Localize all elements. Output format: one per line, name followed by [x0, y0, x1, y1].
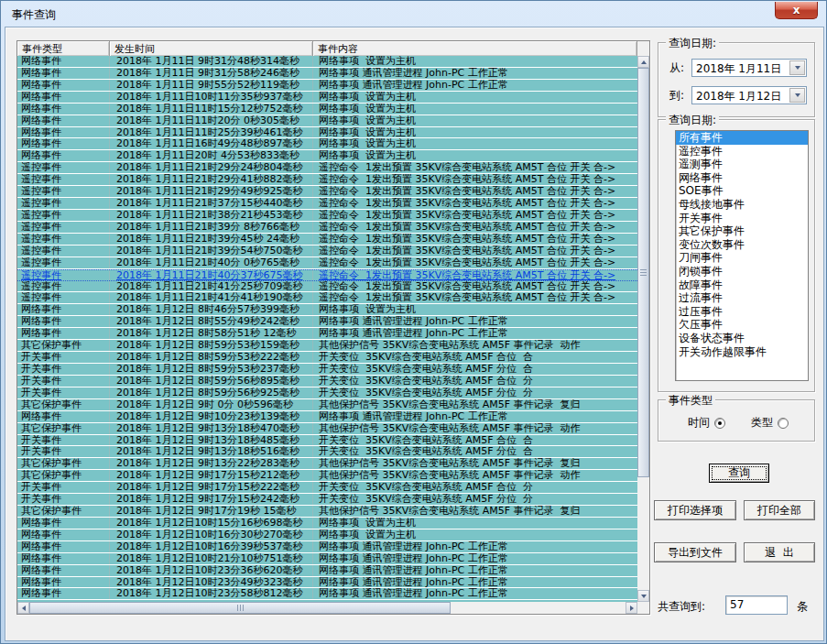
list-item[interactable]: 变位次数事件: [676, 238, 808, 252]
print-all-button[interactable]: 打印全部: [744, 500, 815, 520]
table-row[interactable]: 遥控事件 2018年 1月11日21时41分41秒190毫秒 遥控命令 1发出预…: [17, 292, 637, 304]
table-row[interactable]: 网络事件 2018年 1月11日 9时31分58秒246毫秒 网络事项 通讯管理…: [17, 68, 637, 80]
table-row[interactable]: 网络事件 2018年 1月11日10时11分35秒937毫秒 网络事项 设置为主…: [17, 92, 637, 104]
to-date-combobox[interactable]: 2018年 1月12日: [691, 86, 807, 104]
table-row[interactable]: 网络事件 2018年 1月11日 9时55分52秒119毫秒 网络事项 通讯管理…: [17, 80, 637, 92]
table-row[interactable]: 开关事件 2018年 1月12日 9时17分15秒222毫秒 开关变位 35KV…: [17, 482, 637, 494]
table-row[interactable]: 遥控事件 2018年 1月11日21时40分 0秒765毫秒 遥控命令 1发出预…: [17, 257, 637, 269]
table-row[interactable]: 网络事件 2018年 1月11日16时49分48秒897毫秒 网络事项 设置为主…: [17, 138, 637, 150]
cell-event-content: 遥控命令 1发出预置 35KV综合变电站系统 AM5T 合位 开关 合->: [313, 292, 637, 303]
radio-type-label: 类型: [751, 415, 773, 431]
table-row[interactable]: 其它保护事件 2018年 1月12日 8时59分53秒159毫秒 其他保护信号 …: [17, 340, 637, 352]
table-row[interactable]: 遥控事件 2018年 1月11日21时39分45秒 24毫秒 遥控命令 1发出预…: [17, 234, 637, 246]
list-item[interactable]: 开关事件: [676, 212, 808, 225]
table-row[interactable]: 其它保护事件 2018年 1月12日 9时13分18秒470毫秒 其他保护信号 …: [17, 423, 637, 435]
scroll-up-button[interactable]: [637, 56, 649, 68]
result-count-field[interactable]: 57: [725, 595, 788, 615]
horizontal-scroll-thumb[interactable]: [29, 602, 451, 614]
table-row[interactable]: 遥控事件 2018年 1月11日21时29分24秒804毫秒 遥控命令 1发出预…: [17, 162, 637, 174]
table-row[interactable]: 其它保护事件 2018年 1月12日 9时17分19秒 15毫秒 其他保护信号 …: [17, 506, 637, 518]
table-row[interactable]: 网络事件 2018年 1月12日10时23分36秒620毫秒 网络事项 通讯管理…: [17, 565, 637, 577]
close-icon: x: [793, 5, 800, 16]
scroll-right-button[interactable]: [626, 602, 637, 614]
header-event-content[interactable]: 事件内容: [313, 41, 637, 56]
table-row[interactable]: 网络事件 2018年 1月12日10时16分30秒270毫秒 网络事项 设置为主…: [17, 529, 637, 541]
list-item[interactable]: 遥测事件: [676, 158, 808, 171]
table-row[interactable]: 开关事件 2018年 1月12日 8时59分53秒222毫秒 开关变位 35KV…: [17, 352, 637, 364]
table-row[interactable]: 网络事件 2018年 1月12日 8时46分57秒399毫秒 网络事项 设置为主…: [17, 304, 637, 316]
exit-button[interactable]: 退 出: [744, 542, 815, 562]
cell-event-type: 遥控事件: [17, 186, 110, 197]
horizontal-scrollbar[interactable]: [17, 602, 637, 614]
event-table: 事件类型 发生时间 事件内容 网络事件 2018年 1月11日 9时31分48秒…: [16, 40, 650, 615]
table-row[interactable]: 遥控事件 2018年 1月11日21时41分25秒709毫秒 遥控命令 1发出预…: [17, 281, 637, 293]
table-row[interactable]: 网络事件 2018年 1月11日11时20分 0秒305毫秒 网络事项 设置为主…: [17, 115, 637, 127]
list-item[interactable]: 刀闸事件: [676, 251, 808, 265]
header-event-type[interactable]: 事件类型: [17, 41, 110, 56]
list-item[interactable]: 故障事件: [676, 278, 808, 292]
table-row[interactable]: 网络事件 2018年 1月12日 8时58分51秒 12毫秒 网络事项 通讯管理…: [17, 328, 637, 340]
print-selection-button[interactable]: 打印选择项: [654, 500, 736, 520]
table-row[interactable]: 网络事件 2018年 1月12日10时23分49秒323毫秒 网络事项 通讯管理…: [17, 577, 637, 589]
from-date-combobox[interactable]: 2018年 1月11日: [691, 59, 807, 77]
table-row[interactable]: 网络事件 2018年 1月12日10时16分39秒537毫秒 网络事项 通讯管理…: [17, 541, 637, 553]
list-item[interactable]: 欠压事件: [676, 318, 808, 332]
event-type-listbox[interactable]: 所有事件遥控事件遥测事件网络事件SOE事件母线接地事件开关事件其它保护事件变位次…: [675, 130, 809, 381]
cell-event-content: 网络事项 设置为主机: [313, 304, 637, 315]
cell-event-content: 网络事项 通讯管理进程 John-PC 工作正常: [313, 68, 637, 79]
table-row[interactable]: 其它保护事件 2018年 1月12日 9时13分22秒283毫秒 其他保护信号 …: [17, 458, 637, 470]
from-date-dropdown-button[interactable]: [789, 60, 805, 75]
vertical-scrollbar[interactable]: [637, 56, 649, 602]
radio-option-time[interactable]: 时间: [688, 415, 725, 431]
list-item[interactable]: 所有事件: [676, 131, 808, 145]
table-row[interactable]: 其它保护事件 2018年 1月12日 9时17分15秒212毫秒 其他保护信号 …: [17, 470, 637, 482]
table-row[interactable]: 遥控事件 2018年 1月11日21时39分54秒750毫秒 遥控命令 1发出预…: [17, 246, 637, 257]
table-row[interactable]: 网络事件 2018年 1月12日 8时55分49秒242毫秒 网络事项 通讯管理…: [17, 316, 637, 328]
scroll-left-button[interactable]: [17, 602, 29, 614]
query-button[interactable]: 查询: [709, 464, 769, 483]
cell-occur-time: 2018年 1月12日 9时17分19秒 15毫秒: [110, 506, 313, 517]
table-row[interactable]: 遥控事件 2018年 1月11日21时29分41秒882毫秒 遥控命令 1发出预…: [17, 174, 637, 186]
table-row[interactable]: 遥控事件 2018年 1月11日21时39分 8秒766毫秒 遥控命令 1发出预…: [17, 222, 637, 234]
table-row[interactable]: 开关事件 2018年 1月12日 9时17分15秒242毫秒 开关变位 35KV…: [17, 494, 637, 506]
table-row[interactable]: 开关事件 2018年 1月12日 9时13分18秒485毫秒 开关变位 35KV…: [17, 435, 637, 447]
table-row[interactable]: 网络事件 2018年 1月11日11时15分12秒752毫秒 网络事项 设置为主…: [17, 104, 637, 115]
table-row[interactable]: 遥控事件 2018年 1月11日21时37分15秒440毫秒 遥控命令 1发出预…: [17, 198, 637, 210]
cell-event-type: 网络事件: [17, 56, 110, 67]
table-row[interactable]: 网络事件 2018年 1月12日10时23分58秒812毫秒 网络事项 通讯管理…: [17, 588, 637, 600]
radio-button-icon[interactable]: [778, 418, 789, 429]
list-item[interactable]: 开关动作越限事件: [676, 345, 808, 359]
list-item[interactable]: 设备状态事件: [676, 332, 808, 345]
list-item[interactable]: 闭锁事件: [676, 265, 808, 278]
table-row[interactable]: 开关事件 2018年 1月12日 9时13分18秒516毫秒 开关变位 35KV…: [17, 446, 637, 458]
table-row[interactable]: 网络事件 2018年 1月12日10时15分16秒698毫秒 网络事项 设置为主…: [17, 518, 637, 529]
table-row[interactable]: 遥控事件 2018年 1月11日21时29分49秒925毫秒 遥控命令 1发出预…: [17, 186, 637, 198]
radio-option-type[interactable]: 类型: [751, 415, 789, 431]
to-date-dropdown-button[interactable]: [789, 88, 805, 103]
list-item[interactable]: 过压事件: [676, 305, 808, 319]
export-to-file-button[interactable]: 导出到文件: [654, 542, 736, 562]
header-occur-time[interactable]: 发生时间: [110, 41, 313, 56]
vertical-scroll-thumb[interactable]: [637, 68, 649, 477]
list-item[interactable]: 遥控事件: [676, 145, 808, 158]
table-row[interactable]: 网络事件 2018年 1月11日20时 4分53秒833毫秒 网络事项 设置为主…: [17, 150, 637, 162]
close-button[interactable]: x: [775, 2, 818, 19]
scroll-down-button[interactable]: [637, 590, 649, 602]
radio-button-icon[interactable]: [714, 418, 725, 429]
table-row[interactable]: 网络事件 2018年 1月11日11时25分39秒461毫秒 网络事项 设置为主…: [17, 127, 637, 139]
list-item[interactable]: 网络事件: [676, 171, 808, 185]
table-row[interactable]: 开关事件 2018年 1月12日 8时59分53秒237毫秒 开关变位 35KV…: [17, 364, 637, 376]
table-row[interactable]: 网络事件 2018年 1月12日10时21分10秒751毫秒 网络事项 通讯管理…: [17, 553, 637, 565]
list-item[interactable]: 其它保护事件: [676, 224, 808, 238]
list-item[interactable]: SOE事件: [676, 184, 808, 198]
list-item[interactable]: 母线接地事件: [676, 198, 808, 212]
cell-event-content: 开关变位 35KV综合变电站系统 AM5F 分位 分: [313, 494, 637, 505]
list-item[interactable]: 过流事件: [676, 291, 808, 305]
table-row[interactable]: 开关事件 2018年 1月12日 8时59分56秒925毫秒 开关变位 35KV…: [17, 387, 637, 399]
table-row[interactable]: 遥控事件 2018年 1月11日21时40分37秒675毫秒 遥控命令 1发出预…: [17, 269, 637, 281]
table-row[interactable]: 网络事件 2018年 1月12日 9时10分23秒139毫秒 网络事项 通讯管理…: [17, 411, 637, 423]
table-row[interactable]: 遥控事件 2018年 1月11日21时38分21秒453毫秒 遥控命令 1发出预…: [17, 210, 637, 222]
table-row[interactable]: 其它保护事件 2018年 1月12日 9时 0分 0秒596毫秒 其他保护信号 …: [17, 399, 637, 411]
table-row[interactable]: 网络事件 2018年 1月11日 9时31分48秒314毫秒 网络事项 设置为主…: [17, 56, 637, 68]
table-row[interactable]: 开关事件 2018年 1月12日 8时59分56秒895毫秒 开关变位 35KV…: [17, 376, 637, 387]
